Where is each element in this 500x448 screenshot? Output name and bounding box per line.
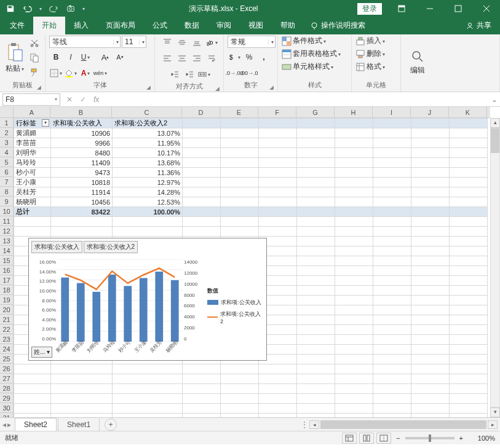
decrease-indent-icon[interactable] [168,68,181,81]
chart-field-button-1[interactable]: 求和项:公关收入 [31,241,82,253]
increase-indent-icon[interactable] [183,68,196,81]
formula-input[interactable] [103,93,489,106]
close-button[interactable] [473,0,500,17]
page-break-view-icon[interactable] [376,433,391,444]
tab-view[interactable]: 视图 [240,17,272,34]
undo-icon[interactable] [22,3,33,14]
horizontal-scrollbar[interactable] [320,420,486,429]
select-all-corner[interactable] [0,107,14,118]
zoom-slider[interactable] [405,437,454,439]
decrease-decimal-icon[interactable]: .00→.0 [242,66,256,80]
horizontal-scroll-thumb[interactable] [321,421,486,428]
pivot-chart[interactable]: 求和项:公关收入 求和项:公关收入2 16.00%14.00%12.00%10.… [28,238,267,361]
scroll-left-icon[interactable]: ◂ [309,420,319,429]
minimize-button[interactable] [416,0,443,17]
cells-area[interactable]: 行标签▾求和项:公关收入求和项:公关收入2黄湄媚1090613.07%李苗苗99… [14,118,488,417]
name-box[interactable]: F8▾ [2,93,60,106]
scroll-right-icon[interactable]: ▸ [488,420,498,429]
tab-formulas[interactable]: 公式 [144,17,176,34]
comma-format-icon[interactable]: , [257,50,271,64]
phonetic-button[interactable]: wén [93,66,107,80]
percent-format-icon[interactable]: % [242,50,256,64]
cut-icon[interactable] [28,36,41,50]
fx-icon[interactable]: fx [90,95,103,104]
enter-formula-icon[interactable]: ✓ [76,95,90,104]
conditional-format-button[interactable]: 条件格式 [282,36,326,46]
scroll-up-icon[interactable]: ▴ [490,118,500,128]
page-layout-view-icon[interactable] [359,433,374,444]
share-button[interactable]: 共享 [457,17,500,34]
cell-styles-button[interactable]: 单元格样式 [282,61,333,72]
bold-button[interactable]: B [49,50,63,64]
maximize-button[interactable] [445,0,472,17]
new-sheet-button[interactable]: + [105,419,117,431]
sheet-tab-active[interactable]: Sheet2 [15,418,57,431]
undo-dropdown-icon[interactable]: ▾ [39,6,42,12]
chart-field-button-2[interactable]: 求和项:公关收入2 [84,241,138,253]
qat-customize-icon[interactable]: ▾ [82,6,85,12]
tab-review[interactable]: 审阅 [208,17,240,34]
zoom-out-button[interactable]: − [394,434,402,442]
ribbon-display-icon[interactable] [388,0,415,17]
chart-axis-field-button[interactable]: 姓... ▾ [31,347,52,358]
save-icon[interactable] [5,3,16,14]
sheet-tab-other[interactable]: Sheet1 [58,419,100,431]
italic-button[interactable]: I [64,50,77,64]
tell-me[interactable]: 操作说明搜索 [304,17,371,34]
camera-icon[interactable] [65,3,76,14]
increase-decimal-icon[interactable]: .0→.00 [228,66,241,80]
expand-formula-bar-icon[interactable]: ⌄ [489,95,500,104]
table-format-button[interactable]: 套用表格格式 [282,49,341,59]
tab-help[interactable]: 帮助 [272,17,304,34]
wrap-text-icon[interactable] [205,52,218,65]
signin-button[interactable]: 登录 [357,3,382,15]
paste-button[interactable]: 粘贴 [4,42,25,74]
scroll-down-icon[interactable]: ▾ [490,407,500,417]
cancel-formula-icon[interactable]: ✕ [63,95,76,104]
redo-icon[interactable] [48,3,59,14]
delete-cells-button[interactable]: 删除 [355,49,385,59]
merge-center-icon[interactable] [197,68,211,81]
font-color-button[interactable]: A [79,66,92,80]
font-size-combo[interactable]: 11▾ [122,36,146,48]
tab-home[interactable]: 开始 [33,17,65,34]
number-format-combo[interactable]: 常规▾ [228,36,276,48]
tab-page-layout[interactable]: 页面布局 [97,17,144,34]
align-dialog-launcher[interactable]: ◢ [215,85,220,92]
number-dialog-launcher[interactable]: ◢ [269,84,274,90]
find-select-button[interactable]: 编辑 [405,49,431,76]
copy-icon[interactable] [28,51,41,65]
tab-insert[interactable]: 插入 [65,17,97,34]
column-headers[interactable]: ABCDEFGHIJK [14,107,490,118]
clipboard-dialog-launcher[interactable]: ◢ [37,84,41,90]
row-headers[interactable]: 1234567891011121314151617181920212223242… [0,118,14,417]
tab-data[interactable]: 数据 [176,17,208,34]
font-name-combo[interactable]: 等线▾ [49,36,121,48]
increase-font-icon[interactable]: A▴ [98,50,112,64]
align-top-icon[interactable] [161,36,174,49]
accounting-format-icon[interactable]: $ [228,50,241,64]
align-center-icon[interactable] [175,52,189,65]
zoom-in-button[interactable]: + [457,434,466,442]
align-left-icon[interactable] [161,52,174,65]
fill-color-button[interactable] [64,66,77,80]
sheet-nav[interactable]: ◂▸ [0,420,14,429]
orientation-icon[interactable]: ab [205,36,218,49]
align-bottom-icon[interactable] [190,36,204,49]
insert-cells-button[interactable]: 插入 [355,36,385,46]
vertical-scrollbar[interactable]: ▴ ▾ [490,118,500,417]
tab-split-handle[interactable]: ⋮ [301,420,308,429]
normal-view-icon[interactable] [342,433,357,444]
pivot-filter-dropdown[interactable]: ▾ [42,119,49,127]
format-cells-button[interactable]: 格式 [355,61,385,72]
vertical-scroll-thumb[interactable] [491,128,499,153]
font-dialog-launcher[interactable]: ◢ [146,84,151,90]
borders-button[interactable] [49,66,63,80]
decrease-font-icon[interactable]: A▾ [113,50,127,64]
align-right-icon[interactable] [190,52,204,65]
underline-button[interactable]: U [79,50,92,64]
align-middle-icon[interactable] [175,36,189,49]
format-painter-icon[interactable] [28,66,41,79]
tab-file[interactable]: 文件 [1,17,33,34]
zoom-level[interactable]: 100% [468,434,495,442]
